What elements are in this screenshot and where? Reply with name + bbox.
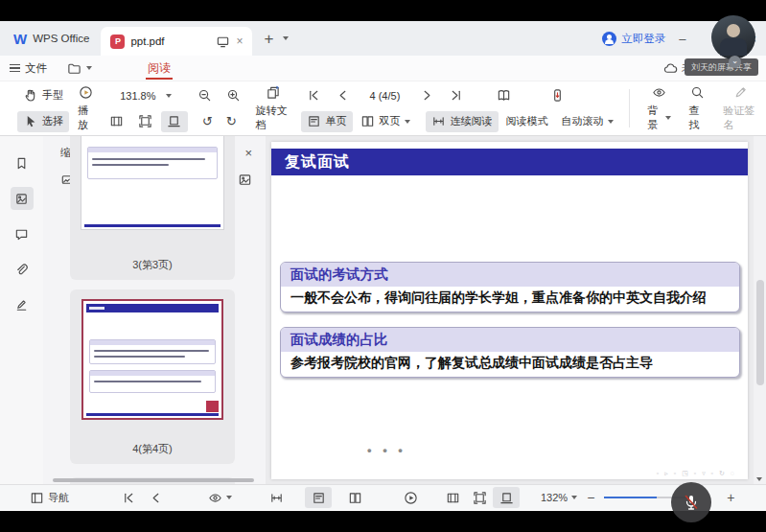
fit-width-button[interactable] [104, 111, 130, 132]
rotate-document-label: 旋转文档 [256, 104, 290, 132]
play-slideshow-button[interactable]: 播放 [69, 81, 104, 135]
find-button[interactable]: 查找 [680, 81, 714, 135]
page-indicator[interactable]: 4 (4/5) [359, 88, 412, 104]
tab-title: ppt.pdf [130, 35, 209, 47]
file-menu-label: 文件 [25, 61, 47, 76]
slide-ellipsis: • • • [367, 443, 406, 457]
vertical-scrollbar[interactable] [754, 136, 766, 484]
navigation-button[interactable]: 导航 [23, 487, 75, 508]
sidebar-rail [0, 136, 43, 484]
zoom-in-icon [226, 88, 242, 104]
comments-panel-button[interactable] [11, 222, 34, 245]
open-file-button[interactable] [57, 56, 102, 81]
wps-logo-icon: W [13, 31, 27, 47]
rotate-right-button[interactable]: ↻ [221, 111, 243, 131]
single-page-button[interactable]: 单页 [301, 111, 353, 132]
large-image-icon [237, 172, 252, 187]
status-previous-page-button[interactable] [142, 487, 169, 508]
document-view: 复试面试 面试的考试方式 一般不会公布，得询问往届的学长学姐，重点准备你的中英文… [266, 136, 766, 484]
actual-size-button[interactable] [161, 111, 188, 132]
find-label: 查找 [688, 104, 706, 132]
eye-icon [652, 85, 667, 101]
faint-watermark-toolbar: ▫ ▹ ▫ ◳ ▫ ▿ ▫ ↻ ◌ [657, 470, 736, 477]
new-tab-button[interactable]: + [264, 31, 273, 47]
block-body: 一般不会公布，得询问往届的学长学姐，重点准备你的中英文自我介绍 [281, 287, 739, 312]
status-play-button[interactable] [397, 487, 424, 508]
status-actual-size-button[interactable] [493, 487, 520, 508]
status-double-page-button[interactable] [341, 487, 368, 508]
status-background-button[interactable] [201, 487, 238, 508]
scroll-down-arrow-icon[interactable] [756, 477, 762, 481]
thumbnail-page-4-selected[interactable]: 4(第4页) [70, 289, 235, 464]
read-mode-button[interactable]: 阅读模式 [500, 111, 554, 131]
block-heading: 面试的考试方式 [281, 263, 739, 287]
first-page-button[interactable] [301, 85, 328, 106]
status-zoom-chevron-icon [571, 496, 577, 499]
vertical-scrollbar-thumb[interactable] [756, 280, 764, 385]
attachments-panel-button[interactable] [11, 258, 34, 281]
zoom-in-button[interactable] [221, 85, 247, 106]
next-page-icon [419, 88, 434, 104]
document-tab[interactable]: P ppt.pdf × [101, 27, 252, 56]
thumbnail-label: 4(第4页) [70, 442, 235, 456]
tab-read-mode[interactable]: 阅读 [144, 56, 174, 81]
previous-page-button[interactable] [330, 85, 357, 106]
zoom-out-button[interactable] [192, 85, 219, 106]
status-zoom-dropdown[interactable]: 132% [535, 489, 583, 506]
webcam-avatar[interactable] [711, 15, 755, 59]
thumbnails-panel-button[interactable] [11, 187, 34, 210]
microphone-muted-overlay[interactable] [671, 482, 711, 522]
reading-toolbar: 手型 选择 播放 131.8% [0, 81, 766, 136]
toolbar-separator [629, 89, 630, 127]
folder-icon [66, 60, 81, 76]
minimize-button[interactable]: – [679, 32, 685, 46]
rotate-left-icon: ↺ [202, 114, 213, 128]
next-page-button[interactable] [413, 85, 440, 106]
zoom-level-dropdown[interactable]: 131.8% [112, 88, 178, 104]
rotate-left-button[interactable]: ↺ [197, 111, 219, 131]
last-page-button[interactable] [442, 85, 469, 106]
status-single-page-button[interactable] [305, 487, 332, 508]
status-first-page-button[interactable] [115, 487, 142, 508]
play-circle-icon [403, 490, 418, 505]
previous-page-icon [148, 490, 163, 505]
tab-list-chevron-icon[interactable] [283, 36, 289, 40]
continuous-read-button[interactable]: 连续阅读 [426, 111, 499, 132]
background-button[interactable]: 背景 [638, 81, 680, 135]
block-heading: 面试成绩的占比 [281, 328, 739, 352]
fit-width-icon [445, 490, 460, 505]
status-bar: 导航 [0, 484, 766, 510]
status-fit-width-button[interactable] [439, 487, 466, 508]
eye-icon [207, 490, 222, 505]
hand-tool-button[interactable]: 手型 [17, 85, 69, 106]
read-mode-label: 阅读模式 [506, 114, 548, 128]
double-page-button[interactable]: 双页 [355, 111, 416, 132]
select-tool-button[interactable]: 选择 [17, 111, 69, 132]
file-menu[interactable]: 文件 [0, 56, 57, 81]
previous-page-icon [336, 88, 351, 104]
actual-size-icon [167, 114, 182, 129]
monitor-icon[interactable] [215, 34, 230, 49]
tab-close-button[interactable]: × [236, 35, 243, 47]
status-zoom-in-button[interactable]: + [723, 490, 738, 505]
bookmarks-panel-button[interactable] [11, 151, 34, 174]
signature-pen-icon [732, 85, 748, 101]
fit-width-icon [109, 114, 125, 129]
status-fit-page-button[interactable] [466, 487, 493, 508]
fit-page-button[interactable] [132, 111, 159, 132]
pdf-page-4[interactable]: 复试面试 面试的考试方式 一般不会公布，得询问往届的学长学姐，重点准备你的中英文… [271, 142, 748, 479]
status-zoom-out-button[interactable]: − [583, 490, 598, 505]
status-continuous-button[interactable] [263, 487, 290, 508]
thumbnail-page-3[interactable]: 3(第3页) [70, 136, 235, 280]
main-area: 缩略图 × [0, 136, 766, 484]
login-button[interactable]: 立即登录 [602, 32, 665, 46]
auto-scroll-button[interactable]: 自动滚动 [556, 111, 619, 131]
login-label: 立即登录 [621, 32, 665, 46]
panel-horizontal-scrollbar[interactable] [53, 478, 254, 482]
auto-scroll-chevron-icon [608, 120, 614, 124]
rotate-document-button[interactable]: 旋转文档 [247, 81, 299, 135]
verify-signature-button[interactable]: 验证签名 [714, 81, 766, 135]
wps-home-button[interactable]: W WPS Office [0, 21, 101, 56]
signature-panel-button[interactable] [11, 293, 34, 316]
panel-close-button[interactable]: × [244, 146, 252, 160]
